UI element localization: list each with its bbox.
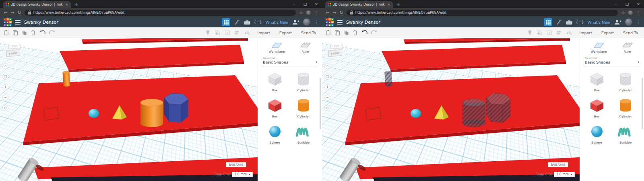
- user-avatar[interactable]: [625, 19, 632, 26]
- delete-icon[interactable]: [31, 30, 36, 35]
- bookmark-star-icon[interactable]: ☆: [299, 10, 303, 15]
- apps-grid-button[interactable]: [222, 18, 230, 26]
- close-window-icon[interactable]: ×: [633, 0, 644, 8]
- redo-icon[interactable]: [49, 30, 55, 35]
- browser-tab[interactable]: 3D design Swanky Densor | Tink ×: [325, 1, 393, 8]
- shape-item-hole-cylinder[interactable]: Cylinder: [295, 71, 312, 92]
- copy-icon[interactable]: [12, 30, 18, 35]
- edit-grid-button[interactable]: Edit Grid: [548, 162, 568, 167]
- whats-new-link[interactable]: What's New: [588, 20, 610, 25]
- undo-icon[interactable]: [361, 30, 367, 35]
- new-tab-icon[interactable]: +: [74, 2, 78, 7]
- new-tab-icon[interactable]: +: [396, 2, 400, 7]
- back-icon[interactable]: ←: [4, 10, 7, 15]
- fit-view-icon[interactable]: □: [2, 74, 8, 80]
- pickaxe-icon[interactable]: [556, 19, 562, 25]
- invite-person-icon[interactable]: [292, 19, 299, 25]
- redo-icon[interactable]: [371, 30, 377, 35]
- shape-item-sphere[interactable]: Sphere: [588, 123, 606, 144]
- header-more-icon[interactable]: ⋮: [636, 20, 640, 25]
- maximize-icon[interactable]: □: [621, 0, 633, 8]
- send-to-button[interactable]: Send To: [621, 31, 640, 35]
- ungroup-icon[interactable]: [225, 30, 230, 35]
- group-icon[interactable]: [537, 30, 542, 35]
- panel-scrollbar[interactable]: [320, 78, 321, 129]
- 3d-viewport[interactable]: TOP FRONT ⌂ □ + − ◇ Edit Grid Snap Grid …: [322, 38, 580, 181]
- shape-category-dropdown[interactable]: Tinkercad Basic Shapes ▾: [262, 56, 318, 66]
- toolbox-icon[interactable]: [566, 20, 572, 25]
- shape-item-cylinder[interactable]: Cylinder: [617, 97, 634, 118]
- shape-item-box[interactable]: Box: [588, 97, 606, 118]
- tab-close-icon[interactable]: ×: [387, 3, 390, 6]
- header-more-icon[interactable]: ⋮: [314, 20, 318, 25]
- tinkercad-logo[interactable]: TIN KER CAD: [4, 18, 12, 26]
- cyan-sphere[interactable]: [89, 109, 99, 118]
- orange-cylinder-large[interactable]: [140, 99, 163, 127]
- delete-icon[interactable]: [353, 30, 358, 35]
- tinkercad-logo[interactable]: TIN KER CAD: [326, 18, 334, 26]
- toolbox-icon[interactable]: [244, 20, 250, 25]
- undo-icon[interactable]: [39, 30, 45, 35]
- snap-grid-select[interactable]: 1.0 mm ▾: [232, 172, 253, 177]
- back-icon[interactable]: ←: [326, 10, 329, 15]
- align-icon[interactable]: [556, 30, 561, 35]
- shape-item-hole-box[interactable]: Box: [266, 71, 284, 92]
- view-cube[interactable]: TOP FRONT: [328, 43, 343, 56]
- design-menu-icon[interactable]: [337, 20, 343, 25]
- close-window-icon[interactable]: ×: [311, 0, 322, 8]
- group-icon[interactable]: [215, 30, 220, 35]
- browser-tab[interactable]: 3D design Swanky Densor | Tink ×: [3, 1, 71, 8]
- shape-item-scribble[interactable]: Scribble: [617, 123, 634, 144]
- browser-profile-avatar[interactable]: [306, 10, 311, 15]
- align-icon[interactable]: [234, 30, 239, 35]
- paste-icon[interactable]: [4, 30, 9, 35]
- minimize-icon[interactable]: –: [610, 0, 621, 8]
- bookmark-star-icon[interactable]: ☆: [621, 10, 625, 15]
- workplane-pin-icon[interactable]: [528, 30, 532, 35]
- design-title[interactable]: Swanky Densor: [346, 20, 380, 25]
- shape-item-cylinder[interactable]: Cylinder: [295, 97, 312, 118]
- shape-category-dropdown[interactable]: Tinkercad Basic Shapes ▾: [584, 56, 640, 66]
- mirror-icon[interactable]: [566, 30, 572, 35]
- fit-view-icon[interactable]: □: [324, 74, 330, 80]
- url-omnibox[interactable]: https://www.tinkercad.com/things/dNEO7uu…: [347, 10, 618, 16]
- browser-profile-avatar[interactable]: [628, 10, 633, 15]
- perspective-toggle-icon[interactable]: ◇: [324, 105, 330, 111]
- browser-menu-icon[interactable]: ⋮: [636, 10, 640, 15]
- orange-cylinder-small[interactable]: [384, 71, 392, 86]
- maximize-icon[interactable]: □: [299, 0, 311, 8]
- cyan-sphere[interactable]: [411, 109, 421, 118]
- view-cube-front-face[interactable]: FRONT: [6, 49, 20, 57]
- 3d-viewport[interactable]: TOP FRONT ⌂ □ + − ◇ Edit Grid Snap Grid …: [0, 38, 258, 181]
- shape-item-hole-box[interactable]: Box: [588, 71, 606, 92]
- shape-item-hole-cylinder[interactable]: Cylinder: [617, 71, 634, 92]
- browser-menu-icon[interactable]: ⋮: [314, 10, 318, 15]
- import-button[interactable]: Import: [255, 31, 272, 35]
- ruler-tool[interactable]: Ruler: [622, 41, 633, 53]
- view-cube[interactable]: TOP FRONT: [6, 43, 21, 56]
- ungroup-icon[interactable]: [547, 30, 552, 35]
- zoom-in-icon[interactable]: +: [324, 84, 330, 90]
- duplicate-icon[interactable]: [22, 30, 27, 35]
- copy-icon[interactable]: [334, 30, 340, 35]
- apps-grid-button[interactable]: [544, 18, 552, 26]
- home-view-icon[interactable]: ⌂: [2, 63, 8, 69]
- blue-hex-prism[interactable]: [164, 93, 188, 123]
- perspective-toggle-icon[interactable]: ◇: [2, 105, 8, 111]
- import-button[interactable]: Import: [577, 31, 594, 35]
- workplane-tool[interactable]: Workplane: [591, 41, 607, 53]
- view-cube-front-face[interactable]: FRONT: [328, 49, 342, 57]
- home-view-icon[interactable]: ⌂: [324, 63, 330, 69]
- invite-person-icon[interactable]: [614, 19, 621, 25]
- shape-item-sphere[interactable]: Sphere: [266, 123, 284, 144]
- user-avatar[interactable]: [303, 19, 310, 26]
- refresh-icon[interactable]: ↻: [339, 10, 343, 15]
- minimize-icon[interactable]: –: [288, 0, 299, 8]
- codeblocks-icon[interactable]: { : }: [254, 20, 262, 24]
- refresh-icon[interactable]: ↻: [17, 10, 21, 15]
- snap-grid-select[interactable]: 1.0 mm ▾: [554, 172, 575, 177]
- orange-cylinder-small[interactable]: [62, 71, 70, 86]
- whats-new-link[interactable]: What's New: [266, 20, 288, 25]
- forward-icon[interactable]: →: [332, 10, 336, 15]
- ruler-tool[interactable]: Ruler: [300, 41, 311, 53]
